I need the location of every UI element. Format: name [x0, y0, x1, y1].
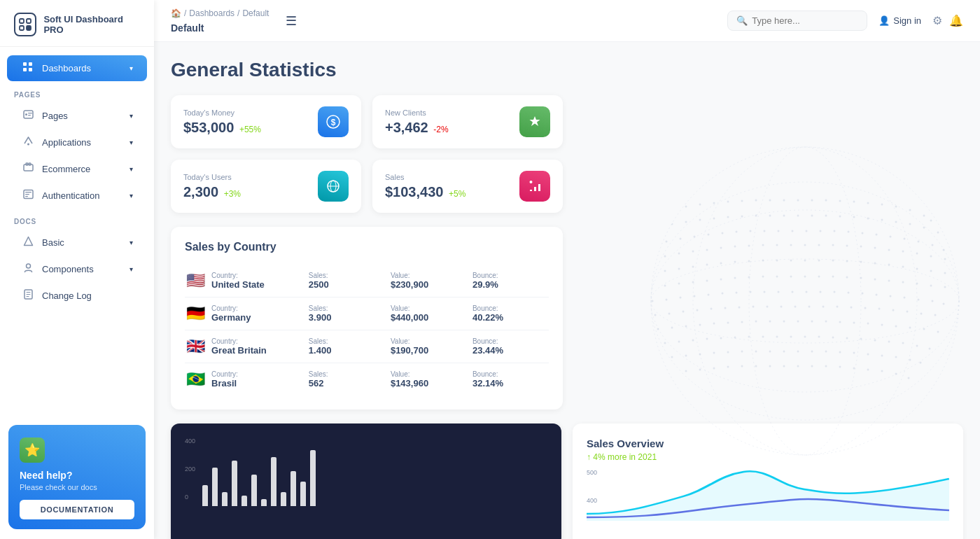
breadcrumb-default-link[interactable]: Default [242, 8, 269, 18]
svg-point-207 [699, 324, 701, 326]
svg-point-164 [694, 295, 696, 298]
svg-point-224 [937, 331, 939, 333]
ecommerce-label: Ecommerce [42, 164, 122, 174]
svg-point-135 [902, 266, 904, 268]
svg-point-239 [860, 338, 862, 340]
svg-point-237 [832, 337, 834, 339]
svg-point-29 [651, 210, 959, 392]
sales-value: $103,430 [385, 184, 443, 200]
sidebar-item-applications[interactable]: Applications ▾ [7, 130, 147, 155]
components-icon [21, 262, 35, 275]
settings-icon[interactable]: ⚙ [932, 14, 942, 27]
basic-icon [21, 236, 35, 248]
svg-rect-23 [26, 294, 30, 295]
breadcrumb-dashboards[interactable]: Dashboards [189, 8, 234, 18]
svg-point-35 [713, 202, 715, 204]
sales-overview-card: Sales Overview ↑ 4% more in 2021 500 400 [573, 424, 963, 539]
svg-point-110 [860, 246, 862, 248]
svg-point-161 [652, 300, 654, 302]
svg-rect-4 [23, 62, 27, 66]
sidebar-item-authentication[interactable]: Authentication ▾ [7, 183, 147, 208]
documentation-button[interactable]: DOCUMENTATION [20, 500, 134, 519]
logo-icon [14, 13, 36, 36]
svg-point-249 [727, 351, 729, 354]
sidebar-item-components[interactable]: Components ▾ [7, 256, 147, 281]
svg-point-250 [741, 351, 743, 353]
ecommerce-icon [21, 162, 35, 175]
country-table: 🇺🇸 Country: United State Sales: 2500 Val… [185, 265, 549, 396]
svg-point-191 [766, 306, 769, 308]
svg-point-154 [860, 277, 862, 279]
pages-label: Pages [42, 111, 122, 121]
sidebar-item-dashboards[interactable]: Dashboards ▾ [7, 55, 147, 81]
svg-point-91 [904, 238, 906, 240]
svg-point-286 [530, 181, 533, 183]
svg-point-46 [867, 202, 869, 204]
clients-label: New Clients [385, 108, 511, 117]
flag-br: 🇧🇷 [185, 370, 206, 388]
pages-arrow: ▾ [130, 112, 133, 120]
svg-point-30 [651, 182, 959, 420]
sales-by-country-card: Sales by Country 🇺🇸 Country: United Stat… [171, 227, 563, 410]
signin-label: Sign in [893, 15, 921, 26]
svg-point-131 [846, 260, 848, 262]
svg-point-73 [652, 244, 654, 246]
svg-point-59 [755, 215, 757, 217]
sidebar-item-pages[interactable]: Pages ▾ [7, 103, 147, 128]
svg-point-126 [776, 260, 778, 262]
svg-point-81 [764, 230, 766, 232]
svg-rect-8 [24, 111, 33, 118]
svg-point-194 [808, 306, 811, 308]
svg-point-257 [839, 351, 841, 354]
svg-point-150 [804, 276, 806, 278]
signin-button[interactable]: 👤 Sign in [878, 15, 921, 26]
sidebar-item-ecommerce[interactable]: Ecommerce ▾ [7, 156, 147, 181]
sales-overview-title: Sales Overview [587, 438, 949, 449]
svg-point-279 [895, 373, 897, 375]
sidebar-item-changelog[interactable]: Change Log [7, 283, 147, 308]
svg-point-60 [769, 215, 771, 217]
svg-text:$: $ [331, 118, 336, 127]
svg-point-141 [678, 283, 680, 285]
svg-rect-5 [29, 62, 32, 66]
svg-point-271 [783, 365, 785, 368]
svg-point-124 [748, 260, 750, 262]
svg-point-177 [876, 294, 878, 296]
svg-point-69 [895, 221, 897, 223]
sales-overview-change: ↑ 4% more in 2021 [587, 452, 949, 462]
svg-point-272 [797, 365, 799, 368]
clients-change: -2% [433, 125, 448, 134]
svg-point-58 [741, 216, 743, 218]
svg-point-44 [839, 200, 841, 202]
svg-point-138 [944, 272, 946, 274]
home-icon: 🏠 [171, 8, 181, 18]
svg-point-206 [685, 326, 687, 328]
svg-point-186 [696, 309, 699, 312]
svg-point-9 [25, 113, 27, 115]
svg-point-219 [867, 323, 869, 325]
sidebar-item-basic[interactable]: Basic ▾ [7, 230, 147, 255]
bell-icon[interactable]: 🔔 [949, 14, 963, 27]
svg-point-153 [846, 276, 848, 279]
svg-point-242 [902, 342, 904, 344]
svg-point-180 [918, 299, 920, 301]
svg-point-151 [818, 276, 820, 278]
search-input[interactable] [752, 15, 850, 26]
breadcrumb-path: 🏠 / Dashboards / Default [171, 8, 269, 18]
svg-point-263 [920, 362, 922, 364]
svg-rect-13 [24, 164, 33, 171]
svg-rect-7 [29, 68, 32, 71]
topbar-search[interactable]: 🔍 [727, 10, 867, 31]
svg-point-202 [920, 313, 923, 315]
svg-point-45 [853, 201, 855, 203]
svg-point-260 [881, 355, 883, 357]
svg-point-89 [876, 234, 878, 236]
svg-point-113 [902, 251, 904, 253]
svg-point-209 [727, 322, 729, 324]
help-title: Need help? [20, 470, 134, 481]
svg-point-218 [853, 322, 855, 324]
hamburger-icon[interactable]: ☰ [286, 13, 297, 29]
svg-point-82 [778, 230, 780, 232]
svg-point-68 [881, 219, 883, 221]
svg-point-270 [769, 365, 771, 368]
